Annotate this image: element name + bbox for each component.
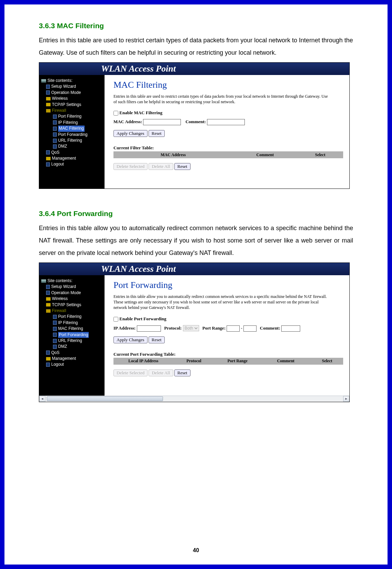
sidebar-item-port-forwarding[interactable]: Port Forwarding bbox=[41, 332, 102, 338]
page-desc: Entries in this table allow you to autom… bbox=[113, 294, 343, 311]
screenshot-port-forwarding: WLAN Access Point Site contents: Setup W… bbox=[39, 262, 350, 402]
enable-port-forwarding-label: Enable Port Forwarding bbox=[119, 316, 166, 321]
sidebar-item-tcpip[interactable]: TCP/IP Settings bbox=[41, 302, 102, 308]
page-title: Port Forwarding bbox=[113, 280, 343, 290]
heading-mac-filtering: 3.6.3 MAC Filtering bbox=[39, 22, 353, 30]
col-protocol: Protocol bbox=[173, 358, 215, 365]
sidebar-item-port-filtering[interactable]: Port Filtering bbox=[41, 114, 102, 119]
folder-icon bbox=[46, 357, 51, 361]
page-icon bbox=[53, 144, 57, 149]
col-mac-address: MAC Address bbox=[113, 151, 233, 158]
sidebar-item-ip-filtering[interactable]: IP Filtering bbox=[41, 120, 102, 126]
heading-port-forwarding: 3.6.4 Port Forwarding bbox=[39, 210, 353, 218]
folder-icon bbox=[46, 157, 51, 160]
sidebar-item-wireless[interactable]: Wireless bbox=[41, 96, 102, 101]
page-icon bbox=[46, 291, 50, 295]
sidebar-item-mac-filtering[interactable]: MAC Filtering bbox=[41, 126, 102, 131]
sidebar-item-dmz[interactable]: DMZ bbox=[41, 143, 102, 149]
enable-mac-filtering-checkbox[interactable] bbox=[113, 111, 118, 116]
page-icon bbox=[53, 333, 57, 337]
comment-input[interactable] bbox=[207, 119, 245, 125]
apply-changes-button[interactable]: Apply Changes bbox=[113, 336, 148, 343]
page-icon bbox=[53, 139, 57, 143]
app-title: WLAN Access Point bbox=[101, 264, 176, 274]
comment-input[interactable] bbox=[281, 325, 300, 332]
sidebar-item-firewall[interactable]: Firewall bbox=[41, 108, 102, 114]
delete-selected-button[interactable]: Delete Selected bbox=[113, 163, 148, 170]
page-icon bbox=[53, 327, 57, 331]
page-icon bbox=[53, 120, 57, 125]
sidebar-item-port-filtering[interactable]: Port Filtering bbox=[41, 314, 102, 320]
sidebar-item-setup[interactable]: Setup Wizard bbox=[41, 284, 102, 290]
comment-label: Comment: bbox=[260, 325, 280, 331]
apply-changes-button[interactable]: Apply Changes bbox=[113, 130, 148, 137]
delete-selected-button[interactable]: Delete Selected bbox=[113, 369, 148, 376]
sidebar-item-qos[interactable]: QoS bbox=[41, 150, 102, 155]
sidebar-item-setup[interactable]: Setup Wizard bbox=[41, 84, 102, 89]
scroll-right-icon[interactable]: ► bbox=[343, 396, 349, 402]
folder-icon bbox=[46, 103, 51, 106]
sidebar-item-firewall[interactable]: Firewall bbox=[41, 308, 102, 314]
sidebar-item-mac-filtering[interactable]: MAC Filtering bbox=[41, 326, 102, 332]
folder-open-icon bbox=[46, 109, 51, 112]
page-icon bbox=[53, 127, 57, 131]
tree-root-icon bbox=[41, 79, 46, 83]
sidebar-root-label: Site contents: bbox=[47, 278, 73, 284]
col-comment: Comment bbox=[233, 151, 297, 158]
reset-button[interactable]: Reset bbox=[149, 130, 165, 137]
page-icon bbox=[46, 150, 50, 154]
delete-all-button[interactable]: Delete All bbox=[149, 163, 173, 170]
sidebar-item-opmode[interactable]: Operation Mode bbox=[41, 90, 102, 96]
sidebar-item-tcpip[interactable]: TCP/IP Settings bbox=[41, 102, 102, 108]
reset-table-button[interactable]: Reset bbox=[174, 369, 190, 376]
screenshot-mac-filtering: WLAN Access Point Site contents: Setup W… bbox=[39, 62, 350, 189]
sidebar-item-management[interactable]: Management bbox=[41, 155, 102, 161]
col-select: Select bbox=[297, 151, 343, 158]
page-title: MAC Filtering bbox=[113, 80, 343, 90]
sidebar-item-url-filtering[interactable]: URL Filtering bbox=[41, 338, 102, 344]
port-range-from-input[interactable] bbox=[227, 325, 240, 332]
sidebar: Site contents: Setup Wizard Operation Mo… bbox=[39, 275, 105, 396]
sidebar-item-logout[interactable]: Logout bbox=[41, 362, 102, 367]
port-range-label: Port Range: bbox=[202, 325, 226, 331]
sidebar-item-management[interactable]: Management bbox=[41, 356, 102, 362]
enable-mac-filtering-label: Enable MAC Filtering bbox=[119, 110, 162, 115]
scroll-left-icon[interactable]: ◄ bbox=[39, 396, 45, 402]
enable-port-forwarding-checkbox[interactable] bbox=[113, 317, 118, 322]
ip-address-input[interactable] bbox=[137, 325, 161, 332]
page-icon bbox=[53, 132, 57, 137]
page-icon bbox=[46, 90, 50, 95]
page-icon bbox=[46, 285, 50, 289]
comment-label: Comment: bbox=[185, 119, 206, 124]
sidebar-item-port-forwarding[interactable]: Port Forwarding bbox=[41, 132, 102, 138]
sidebar: Site contents: Setup Wizard Operation Mo… bbox=[39, 75, 105, 189]
sidebar-item-dmz[interactable]: DMZ bbox=[41, 344, 102, 350]
sidebar-item-qos[interactable]: QoS bbox=[41, 350, 102, 356]
page-icon bbox=[53, 321, 57, 325]
scroll-thumb[interactable] bbox=[47, 396, 163, 401]
sidebar-item-logout[interactable]: Logout bbox=[41, 161, 102, 167]
port-range-to-input[interactable] bbox=[243, 325, 257, 332]
col-select: Select bbox=[311, 358, 343, 365]
sidebar-item-ip-filtering[interactable]: IP Filtering bbox=[41, 320, 102, 326]
folder-icon bbox=[46, 303, 51, 307]
page-icon bbox=[53, 339, 57, 343]
mac-address-input[interactable] bbox=[143, 119, 181, 125]
forwarding-table: Local IP Address Protocol Port Range Com… bbox=[113, 358, 343, 365]
folder-icon bbox=[46, 97, 51, 100]
body-port-forwarding: Entries in this table allow you to autom… bbox=[39, 222, 353, 259]
page-icon bbox=[46, 351, 50, 355]
sidebar-item-opmode[interactable]: Operation Mode bbox=[41, 290, 102, 296]
sidebar-item-wireless[interactable]: Wireless bbox=[41, 296, 102, 302]
col-port-range: Port Range bbox=[215, 358, 261, 365]
protocol-select[interactable]: Both bbox=[183, 325, 199, 331]
page-icon bbox=[53, 345, 57, 349]
sidebar-item-url-filtering[interactable]: URL Filtering bbox=[41, 138, 102, 143]
page-icon bbox=[53, 115, 57, 119]
reset-table-button[interactable]: Reset bbox=[174, 163, 190, 170]
reset-button[interactable]: Reset bbox=[149, 336, 165, 343]
page-icon bbox=[46, 85, 50, 89]
horizontal-scrollbar[interactable]: ◄ ► bbox=[39, 396, 349, 402]
delete-all-button[interactable]: Delete All bbox=[149, 369, 173, 376]
ip-address-label: IP Address: bbox=[113, 325, 135, 331]
